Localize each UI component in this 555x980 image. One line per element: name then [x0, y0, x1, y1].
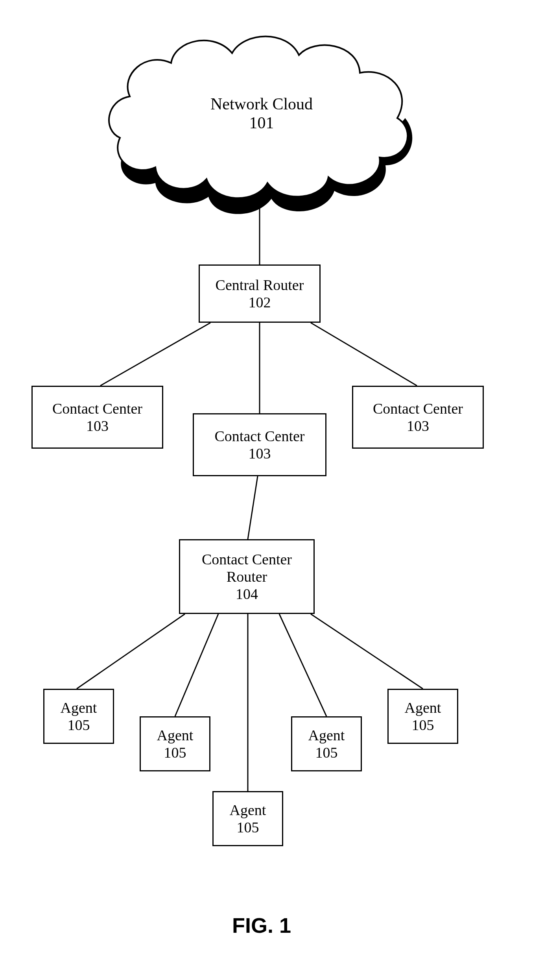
diagram-canvas: Network Cloud 101 Central Router 102 Con…	[0, 0, 555, 980]
cloud-title: Network Cloud	[199, 94, 325, 113]
contact-center-right-node: Contact Center 103	[352, 386, 484, 449]
central-router-title: Central Router	[216, 276, 304, 294]
agent3-title: Agent	[230, 801, 266, 819]
svg-line-6	[175, 614, 218, 716]
agent1-title: Agent	[61, 699, 97, 716]
cloud-node: Network Cloud 101	[199, 94, 325, 132]
cc-router-ref: 104	[236, 585, 258, 603]
svg-line-4	[248, 476, 258, 539]
agent2-title: Agent	[157, 727, 194, 744]
agent5-title: Agent	[405, 699, 441, 716]
contact-center-left-node: Contact Center 103	[31, 386, 163, 449]
cc-left-ref: 103	[86, 417, 109, 435]
cc-left-title: Contact Center	[52, 400, 142, 417]
agent-5-node: Agent 105	[387, 689, 458, 744]
cc-right-title: Contact Center	[373, 400, 463, 417]
agent4-title: Agent	[308, 727, 345, 744]
figure-caption: FIG. 1	[232, 913, 291, 937]
agent-2-node: Agent 105	[140, 716, 210, 771]
svg-line-1	[100, 323, 210, 386]
agent4-ref: 105	[315, 744, 338, 761]
svg-line-9	[311, 614, 423, 689]
central-router-node: Central Router 102	[199, 264, 321, 323]
agent-4-node: Agent 105	[291, 716, 362, 771]
contact-center-router-node: Contact Center Router 104	[179, 539, 315, 614]
cloud-ref: 101	[199, 113, 325, 132]
agent1-ref: 105	[68, 716, 90, 734]
contact-center-mid-node: Contact Center 103	[193, 413, 326, 476]
agent3-ref: 105	[237, 819, 259, 836]
cc-right-ref: 103	[407, 417, 429, 435]
agent-3-node: Agent 105	[212, 791, 283, 846]
svg-line-8	[279, 614, 326, 716]
agent5-ref: 105	[412, 716, 434, 734]
svg-line-3	[311, 323, 417, 386]
svg-line-5	[77, 614, 185, 689]
cc-mid-ref: 103	[249, 445, 271, 462]
agent2-ref: 105	[164, 744, 186, 761]
central-router-ref: 102	[249, 294, 271, 311]
cc-mid-title: Contact Center	[215, 427, 305, 445]
agent-1-node: Agent 105	[43, 689, 114, 744]
cc-router-title: Contact Center Router	[180, 551, 313, 585]
